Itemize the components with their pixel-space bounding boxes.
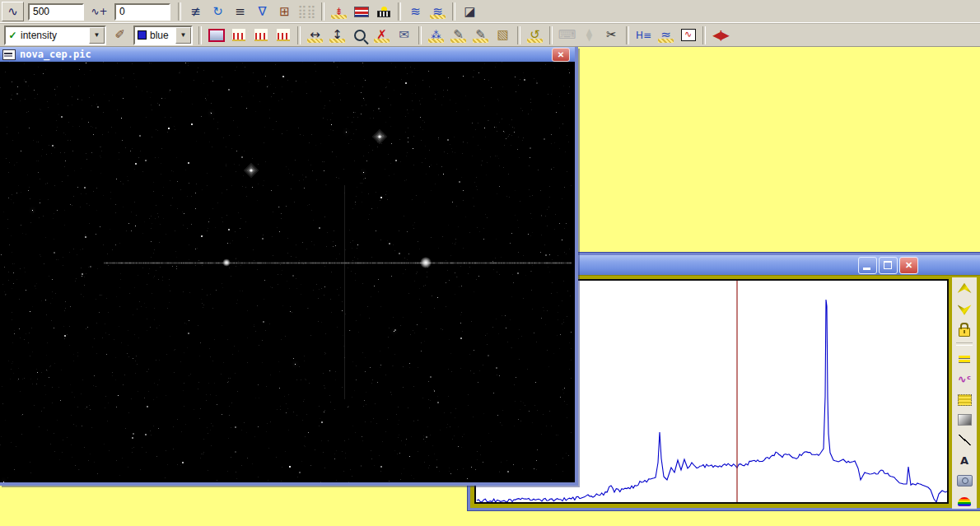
toolbar-separator bbox=[702, 26, 706, 44]
wave-undo-icon: ↺ bbox=[530, 29, 540, 41]
wave-undo-button[interactable]: ↺ bbox=[524, 26, 546, 45]
toolbar-separator bbox=[626, 26, 629, 44]
element-lines-icon: H≡ bbox=[636, 30, 651, 40]
checkmark-icon: ✓ bbox=[7, 30, 18, 41]
funnel-button[interactable]: ∇ bbox=[251, 2, 273, 21]
scissors-wave-icon: ✂ bbox=[606, 29, 617, 41]
color-swatch-icon bbox=[137, 30, 147, 40]
droplet-button[interactable]: ⧫ bbox=[578, 26, 600, 45]
double-lines-icon: ≡ bbox=[235, 6, 245, 18]
low-threshold-input[interactable] bbox=[114, 3, 170, 21]
channel-select[interactable]: blue▼ bbox=[133, 26, 193, 45]
pen-star-wave-icon: ✎ bbox=[475, 29, 486, 41]
gradient-square-icon bbox=[958, 414, 972, 426]
image-window-titlebar[interactable]: nova_cep.pic ✕ bbox=[0, 47, 575, 62]
boxed-wave-icon: ∿ bbox=[681, 29, 696, 41]
camera-icon[interactable] bbox=[954, 474, 974, 489]
audio-button[interactable]: ◀|▶ bbox=[709, 26, 731, 45]
erase-icon: ✗ bbox=[376, 29, 387, 41]
scroll-down-icon bbox=[958, 303, 972, 315]
rainbow-icon[interactable] bbox=[954, 494, 974, 509]
scissors-wave-button[interactable]: ✂ bbox=[600, 26, 623, 45]
sun-barcode-icon bbox=[377, 7, 390, 17]
boxed-wave-button[interactable]: ∿ bbox=[677, 26, 699, 45]
starfield-image[interactable] bbox=[0, 62, 572, 482]
flag-icon bbox=[354, 7, 369, 17]
intensity-select[interactable]: ✓intensity▼ bbox=[4, 26, 106, 45]
droplet-icon: ⧫ bbox=[586, 29, 592, 41]
hatched-square-icon[interactable] bbox=[954, 393, 974, 407]
crop-wave-button[interactable]: ⁂ bbox=[425, 26, 447, 45]
high-threshold-input[interactable] bbox=[28, 3, 84, 21]
toolbar-separator bbox=[398, 2, 401, 21]
pen-wave-icon: ✎ bbox=[453, 29, 464, 41]
keyboard-button[interactable]: ⌨ bbox=[556, 26, 578, 45]
close-button[interactable]: ✕ bbox=[899, 257, 918, 274]
scroll-up-icon[interactable] bbox=[954, 282, 974, 296]
gradient-square-icon[interactable] bbox=[954, 412, 974, 427]
intensity-select-label: intensity bbox=[18, 30, 57, 41]
rotate-button[interactable]: ↻ bbox=[207, 2, 229, 21]
toolbar-separator bbox=[517, 26, 520, 44]
binning2-button[interactable] bbox=[250, 26, 272, 45]
binning2-icon bbox=[254, 29, 268, 41]
wave-align-alt-button[interactable]: ≋ bbox=[427, 2, 449, 21]
zoom-button[interactable] bbox=[348, 26, 371, 45]
double-bar-icon[interactable] bbox=[954, 351, 974, 366]
threshold-visu-button[interactable]: ∿ bbox=[2, 2, 24, 21]
hatched-square-icon bbox=[958, 394, 972, 406]
binning3-button[interactable] bbox=[272, 26, 294, 45]
image-window[interactable]: nova_cep.pic ✕ bbox=[0, 47, 578, 486]
line-tool-icon[interactable] bbox=[954, 433, 974, 448]
crop-wave-icon: ⁂ bbox=[432, 30, 441, 40]
save-profile-button[interactable]: ✉ bbox=[393, 26, 415, 45]
app-root: ∿∿+≢↻≡∇⊞⣿⣿⇟≋≋◪ ✓intensity▼✐blue▼↔↕✗✉⁂✎✎▧… bbox=[0, 0, 980, 526]
extract-spectrum-button[interactable]: ⇟ bbox=[328, 2, 350, 21]
maximize-button[interactable] bbox=[879, 257, 898, 274]
shear-icon: ◪ bbox=[464, 6, 475, 18]
brush-button[interactable]: ▧ bbox=[492, 26, 514, 45]
toolbar-secondary: ✓intensity▼✐blue▼↔↕✗✉⁂✎✎▧↺⌨⧫✂H≡≈∿◀|▶ bbox=[0, 24, 980, 47]
copy-frames-button[interactable]: ⊞ bbox=[273, 2, 296, 21]
display-icon bbox=[208, 29, 225, 42]
threshold-visu-icon: ∿ bbox=[7, 6, 18, 18]
erase-button[interactable]: ✗ bbox=[371, 26, 393, 45]
lock-icon[interactable] bbox=[954, 322, 974, 337]
element-lines-button[interactable]: H≡ bbox=[632, 26, 655, 45]
scroll-down-icon[interactable] bbox=[954, 302, 974, 317]
scroll-up-icon bbox=[958, 282, 972, 295]
binning1-button[interactable] bbox=[227, 26, 250, 45]
toolbar-separator bbox=[321, 2, 324, 21]
zoom-icon bbox=[354, 30, 366, 41]
extract-spectrum-icon: ⇟ bbox=[334, 7, 343, 16]
pick-button[interactable]: ✐ bbox=[109, 26, 131, 45]
sun-barcode-button[interactable] bbox=[372, 2, 394, 21]
minimize-button[interactable] bbox=[858, 257, 877, 274]
close-button[interactable]: ✕ bbox=[552, 48, 570, 62]
display-button[interactable] bbox=[205, 26, 227, 45]
pick-icon: ✐ bbox=[114, 29, 125, 41]
toolbar-main: ∿∿+≢↻≡∇⊞⣿⣿⇟≋≋◪ bbox=[0, 0, 980, 24]
pen-star-wave-button[interactable]: ✎ bbox=[469, 26, 492, 45]
binning1-icon bbox=[232, 29, 245, 41]
wave-align-button[interactable]: ≋ bbox=[404, 2, 427, 21]
save-profile-icon: ✉ bbox=[399, 29, 409, 41]
double-lines-button[interactable]: ≡ bbox=[229, 2, 251, 21]
stretch-x-button[interactable]: ↔ bbox=[304, 26, 326, 45]
chevron-down-icon[interactable]: ▼ bbox=[175, 27, 191, 44]
text-tool-icon[interactable]: A bbox=[954, 454, 974, 468]
pen-wave-button[interactable]: ✎ bbox=[447, 26, 469, 45]
threshold-adjust-button[interactable]: ∿+ bbox=[88, 2, 110, 21]
threshold-adjust-icon: ∿+ bbox=[91, 7, 107, 16]
toolbar-separator bbox=[452, 2, 455, 21]
wave-report-button[interactable]: ≈ bbox=[655, 26, 677, 45]
flag-button[interactable] bbox=[350, 2, 372, 21]
profile-points-icon[interactable]: ∿ᶜ bbox=[954, 372, 974, 387]
chevron-down-icon[interactable]: ▼ bbox=[89, 27, 105, 44]
cuts-display-button[interactable]: ≢ bbox=[184, 2, 207, 21]
shear-button[interactable]: ◪ bbox=[459, 2, 481, 21]
stretch-y-button[interactable]: ↕ bbox=[326, 26, 348, 45]
toolbar-separator bbox=[549, 26, 553, 44]
wave-align-alt-icon: ≋ bbox=[432, 6, 443, 18]
grid-dots-button[interactable]: ⣿⣿ bbox=[296, 2, 318, 21]
